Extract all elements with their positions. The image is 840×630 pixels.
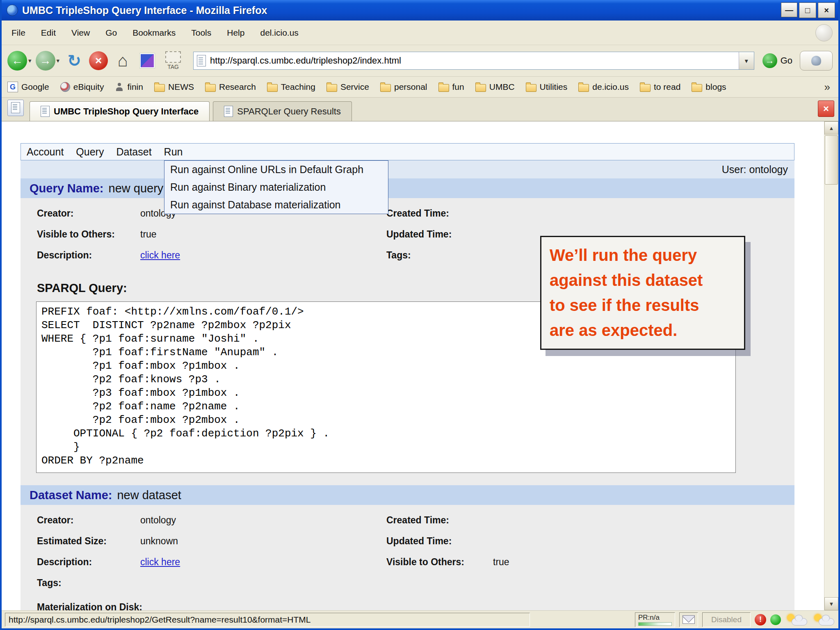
dataset-creator-label: Creator:: [37, 515, 140, 526]
vertical-scrollbar[interactable]: ▲ ▼: [824, 121, 838, 610]
bookmark-folder-research[interactable]: Research: [205, 82, 256, 92]
estimated-size-value: unknown: [140, 536, 178, 547]
bookmark-google[interactable]: G Google: [7, 82, 49, 92]
title-bar[interactable]: UMBC TripleShop Query Interface - Mozill…: [2, 0, 838, 21]
folder-icon: [692, 84, 702, 92]
folder-icon: [475, 84, 486, 92]
bookmark-folder-news[interactable]: NEWS: [154, 82, 194, 92]
extension-grid-icon[interactable]: [140, 53, 155, 68]
weather-current-icon[interactable]: [785, 613, 808, 626]
maximize-button[interactable]: □: [799, 2, 816, 18]
bookmark-ebiquity[interactable]: eBiquity: [60, 82, 104, 92]
window-title: UMBC TripleShop Query Interface - Mozill…: [22, 5, 781, 16]
document-icon: [41, 106, 50, 117]
folder-icon: [640, 84, 651, 92]
description-link[interactable]: click here: [140, 250, 180, 261]
mail-indicator[interactable]: [679, 612, 698, 627]
disabled-indicator[interactable]: Disabled: [702, 612, 751, 627]
alert-icon[interactable]: !: [755, 614, 766, 625]
home-button[interactable]: ⌂: [112, 51, 133, 70]
back-button[interactable]: ← ▾: [7, 51, 32, 71]
bookmark-folder-delicious[interactable]: de.icio.us: [578, 82, 629, 92]
field-row: Tags:: [37, 573, 794, 593]
back-history-dropdown-icon[interactable]: ▾: [28, 57, 32, 64]
tag-button[interactable]: TAG: [161, 48, 185, 73]
run-online-urls-item[interactable]: Run against Online URLs in Default Graph: [164, 161, 388, 178]
dataset-description-link[interactable]: click here: [140, 557, 180, 568]
scroll-up-button[interactable]: ▲: [824, 121, 838, 135]
menu-file[interactable]: File: [11, 28, 25, 38]
url-input[interactable]: [209, 55, 739, 66]
menu-help[interactable]: Help: [227, 28, 244, 38]
menu-bookmarks[interactable]: Bookmarks: [132, 28, 176, 38]
go-button[interactable]: → Go: [762, 53, 792, 68]
menu-go[interactable]: Go: [105, 28, 117, 38]
field-row: Created Time:: [386, 203, 493, 224]
firefox-icon: [7, 5, 18, 16]
bookmark-label: Service: [340, 82, 369, 92]
delicious-button[interactable]: [800, 51, 833, 71]
bookmark-folder-toread[interactable]: to read: [640, 82, 680, 92]
stop-button[interactable]: ×: [89, 51, 108, 70]
status-green-icon[interactable]: [770, 614, 781, 625]
back-icon: ←: [11, 54, 23, 67]
window-controls: — □ ×: [781, 2, 835, 18]
annotation-line: are as expected.: [550, 318, 736, 343]
scroll-down-button[interactable]: ▼: [824, 597, 838, 610]
status-url: http://sparql.cs.umbc.edu/tripleshop2/Ge…: [5, 613, 530, 627]
reload-button[interactable]: ↻: [64, 51, 85, 70]
page-icon: [197, 55, 206, 66]
forward-history-dropdown-icon[interactable]: ▾: [57, 57, 60, 64]
cloud-icon: [792, 618, 807, 625]
scrollbar-thumb[interactable]: [825, 135, 838, 185]
run-menu-dropdown: Run against Online URLs in Default Graph…: [164, 160, 388, 214]
close-tab-button[interactable]: ×: [818, 100, 834, 117]
run-database-materialization-item[interactable]: Run against Database materialization: [164, 196, 388, 214]
forward-button[interactable]: → ▾: [36, 51, 60, 71]
app-menu-bar: Account Query Dataset Run: [21, 143, 794, 160]
bookmark-folder-fun[interactable]: fun: [438, 82, 464, 92]
folder-icon: [380, 84, 391, 92]
menu-delicious[interactable]: del.icio.us: [260, 28, 298, 38]
bookmarks-overflow-icon[interactable]: »: [824, 81, 838, 94]
person-icon: [115, 82, 124, 91]
estimated-size-label: Estimated Size:: [37, 536, 140, 547]
menu-view[interactable]: View: [71, 28, 90, 38]
minimize-button[interactable]: —: [781, 2, 797, 17]
url-bar[interactable]: ▾: [193, 52, 754, 70]
weather-forecast-icon[interactable]: [812, 613, 835, 626]
app-menu-dataset[interactable]: Dataset: [116, 146, 151, 158]
bookmark-folder-umbc[interactable]: UMBC: [475, 82, 515, 92]
menu-tools[interactable]: Tools: [191, 28, 211, 38]
bookmark-label: Teaching: [281, 82, 315, 92]
field-row: Created Time:: [386, 510, 509, 531]
close-button[interactable]: ×: [818, 2, 835, 18]
page-content: Account Query Dataset Run User: ontology…: [2, 121, 838, 610]
app-menu-run[interactable]: Run: [164, 146, 183, 158]
status-right-group: PR:n/a Disabled !: [635, 612, 835, 627]
bookmark-folder-personal[interactable]: personal: [380, 82, 427, 92]
pagerank-indicator[interactable]: PR:n/a: [635, 612, 675, 627]
bookmark-folder-teaching[interactable]: Teaching: [267, 82, 315, 92]
dataset-updated-time-label: Updated Time:: [386, 536, 493, 547]
tab-sparqler-results[interactable]: SPARQLer Query Results: [213, 101, 352, 121]
bookmark-finin[interactable]: finin: [115, 82, 143, 92]
mail-icon: [682, 615, 695, 624]
tab-label: UMBC TripleShop Query Interface: [54, 106, 199, 117]
bookmark-folder-service[interactable]: Service: [326, 82, 369, 92]
menu-edit[interactable]: Edit: [41, 28, 56, 38]
field-row: Tags:: [386, 245, 493, 266]
url-dropdown-button[interactable]: ▾: [739, 52, 754, 69]
app-menu-query[interactable]: Query: [76, 146, 104, 158]
bookmark-label: to read: [654, 82, 680, 92]
tab-tripleshop[interactable]: UMBC TripleShop Query Interface: [30, 101, 210, 121]
folder-icon: [154, 84, 165, 92]
bookmark-folder-utilities[interactable]: Utilities: [526, 82, 568, 92]
go-label: Go: [781, 55, 792, 66]
app-menu-account[interactable]: Account: [27, 146, 64, 158]
annotation-line: to see if the results: [550, 293, 736, 318]
tab-list-button[interactable]: [7, 100, 24, 116]
bookmark-folder-blogs[interactable]: blogs: [692, 82, 726, 92]
run-binary-materialization-item[interactable]: Run against Binary materialization: [164, 178, 388, 196]
dataset-visible-label: Visible to Others:: [386, 557, 493, 568]
